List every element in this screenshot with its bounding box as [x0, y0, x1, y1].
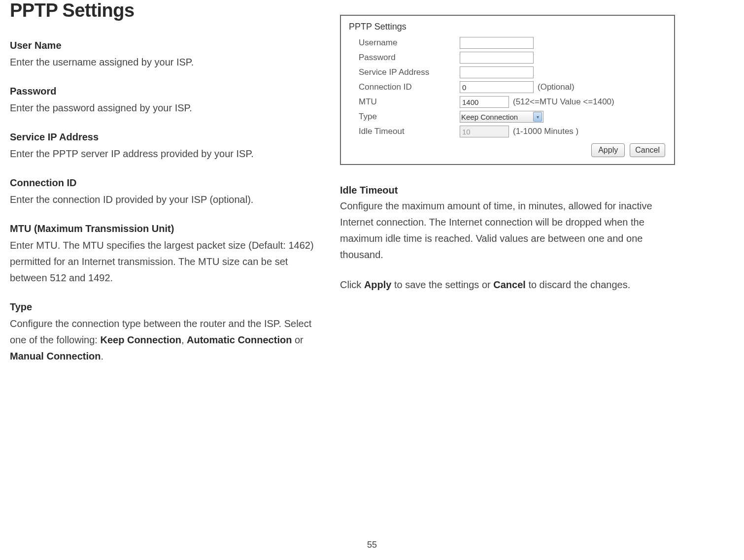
label-mtu: MTU [359, 97, 460, 107]
left-column: PPTP Settings User Name Enter the userna… [10, 0, 315, 378]
connection-id-input[interactable] [460, 81, 534, 93]
label-connection-id: Connection ID [359, 82, 460, 92]
apply-button[interactable]: Apply [591, 143, 625, 157]
pptp-settings-panel: PPTP Settings Username Password Service … [340, 15, 675, 165]
row-idle-timeout: Idle Timeout (1-1000 Minutes ) [350, 126, 665, 137]
section-service-ip: Service IP Address Enter the PPTP server… [10, 130, 315, 162]
type-suffix: . [101, 351, 103, 362]
section-password: Password Enter the password assigned by … [10, 84, 315, 116]
note-suffix: to discard the changes. [526, 279, 630, 290]
section-body: Enter MTU. The MTU specifies the largest… [10, 237, 315, 286]
type-option: Keep Connection [100, 334, 181, 345]
type-select[interactable]: Keep Connection ▾ [460, 111, 543, 123]
section-title: MTU (Maximum Transmission Unit) [10, 222, 315, 235]
label-service-ip: Service IP Address [359, 67, 460, 77]
section-body: Configure the maximum amount of time, in… [340, 198, 675, 263]
panel-title: PPTP Settings [349, 22, 665, 32]
page-number: 55 [367, 540, 377, 550]
section-username: User Name Enter the username assigned by… [10, 38, 315, 70]
section-mtu: MTU (Maximum Transmission Unit) Enter MT… [10, 222, 315, 286]
row-password: Password [350, 52, 665, 64]
cancel-button[interactable]: Cancel [630, 143, 665, 157]
section-idle-timeout: Idle Timeout Configure the maximum amoun… [340, 185, 675, 263]
section-title: Password [10, 84, 315, 98]
section-body: Configure the connection type between th… [10, 316, 315, 364]
section-title: User Name [10, 38, 315, 52]
row-connection-id: Connection ID (Optional) [350, 81, 665, 93]
service-ip-input[interactable] [460, 66, 534, 78]
note-cancel: Cancel [493, 279, 526, 290]
label-password: Password [359, 53, 460, 63]
type-sep: or [292, 334, 303, 345]
apply-cancel-note: Click Apply to save the settings or Canc… [340, 277, 675, 293]
mtu-input[interactable] [460, 96, 509, 108]
label-username: Username [359, 38, 460, 48]
note-prefix: Click [340, 279, 364, 290]
row-service-ip: Service IP Address [350, 66, 665, 78]
type-sep: , [181, 334, 187, 345]
section-title: Idle Timeout [340, 185, 675, 196]
section-title: Service IP Address [10, 130, 315, 144]
section-body: Enter the PPTP server IP address provide… [10, 146, 315, 162]
note-mid: to save the settings or [391, 279, 493, 290]
row-username: Username [350, 37, 665, 49]
page-title: PPTP Settings [10, 0, 315, 21]
section-body: Enter the username assigned by your ISP. [10, 54, 315, 70]
section-connection-id: Connection ID Enter the connection ID pr… [10, 176, 315, 208]
section-body: Enter the connection ID provided by your… [10, 192, 315, 208]
note-apply: Apply [364, 279, 392, 290]
type-option: Manual Connection [10, 351, 101, 362]
panel-buttons: Apply Cancel [350, 143, 665, 157]
hint-mtu: (512<=MTU Value <=1400) [513, 97, 614, 107]
type-option: Automatic Connection [187, 334, 292, 345]
idle-timeout-input[interactable] [460, 126, 509, 137]
hint-idle-timeout: (1-1000 Minutes ) [513, 127, 578, 136]
section-body: Enter the password assigned by your ISP. [10, 100, 315, 116]
type-select-value: Keep Connection [461, 113, 518, 121]
username-input[interactable] [460, 37, 534, 49]
chevron-down-icon: ▾ [533, 112, 542, 122]
row-type: Type Keep Connection ▾ [350, 111, 665, 123]
right-column: PPTP Settings Username Password Service … [340, 0, 675, 378]
section-title: Connection ID [10, 176, 315, 190]
password-input[interactable] [460, 52, 534, 64]
label-type: Type [359, 112, 460, 122]
label-idle-timeout: Idle Timeout [359, 127, 460, 136]
row-mtu: MTU (512<=MTU Value <=1400) [350, 96, 665, 108]
section-title: Type [10, 300, 315, 314]
section-type: Type Configure the connection type betwe… [10, 300, 315, 364]
hint-connection-id: (Optional) [538, 82, 575, 92]
